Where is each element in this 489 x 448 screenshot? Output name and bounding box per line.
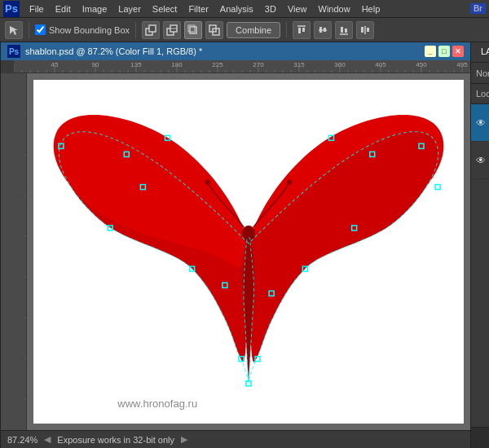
layers-footer: fx: [471, 427, 489, 448]
layers-opacity-row: Normal Normal Multiply Screen Overlay ▼ …: [471, 63, 489, 84]
layer-visibility-1[interactable]: 👁: [474, 116, 487, 130]
minimize-button[interactable]: _: [425, 46, 436, 57]
lock-fill-row: Lock: Fill: 100%: [471, 84, 489, 104]
layer-item-2[interactable]: 👁 Layer 18: [471, 142, 489, 179]
path-op-subtract[interactable]: [163, 21, 181, 39]
svg-point-43: [287, 180, 292, 185]
menu-window[interactable]: Window: [314, 2, 355, 15]
layer-item-1[interactable]: 👁 ⛓ Color Fi...: [471, 104, 489, 142]
svg-rect-12: [302, 28, 305, 32]
menubar: Ps File Edit Image Layer Select Filter A…: [0, 0, 489, 18]
status-text: Exposure works in 32-bit only: [57, 435, 174, 445]
svg-marker-0: [10, 26, 18, 35]
doc-title: shablon.psd @ 87.2% (Color Fill 1, RGB/8…: [25, 46, 202, 56]
status-arrow-right[interactable]: ▶: [181, 434, 187, 445]
svg-rect-21: [367, 28, 369, 32]
vertical-ruler: [14, 73, 27, 430]
layer-visibility-2[interactable]: 👁: [474, 154, 487, 167]
svg-rect-11: [298, 28, 301, 33]
canvas-white-bg: www.hronofag.ru: [33, 80, 464, 424]
layers-list: 👁 ⛓ Color Fi...: [471, 104, 489, 427]
svg-rect-15: [324, 28, 326, 32]
canvas-area: Ps shablon.psd @ 87.2% (Color Fill 1, RG…: [1, 42, 470, 448]
dist-horiz[interactable]: [356, 21, 374, 39]
window-controls: _ □ ✕: [425, 46, 464, 57]
menu-items: File Edit Image Layer Select Filter Anal…: [24, 2, 385, 15]
doc-ps-icon: Ps: [7, 45, 20, 58]
svg-rect-17: [341, 27, 343, 33]
svg-point-42: [205, 180, 210, 185]
menu-layer[interactable]: Layer: [113, 2, 146, 15]
tool-options-arrow[interactable]: [5, 21, 23, 39]
align-bottom[interactable]: [335, 21, 353, 39]
horizontal-ruler: [14, 60, 470, 73]
bridge-badge[interactable]: Br: [470, 3, 486, 14]
close-button[interactable]: ✕: [452, 46, 464, 57]
sep-2: [135, 22, 136, 38]
layers-panel: LAYERS PATHS Normal Normal Multiply Scre…: [470, 42, 489, 448]
statusbar: 87.24% ◀ Exposure works in 32-bit only ▶: [1, 430, 470, 448]
menu-help[interactable]: Help: [357, 2, 385, 15]
tab-layers[interactable]: LAYERS: [471, 42, 489, 62]
svg-text:www.hronofag.ru: www.hronofag.ru: [117, 397, 197, 410]
ps-logo: Ps: [3, 1, 20, 17]
doc-titlebar: Ps shablon.psd @ 87.2% (Color Fill 1, RG…: [1, 42, 470, 60]
menu-analysis[interactable]: Analysis: [215, 2, 258, 15]
canvas-viewport[interactable]: www.hronofag.ru: [27, 73, 470, 430]
svg-rect-20: [361, 27, 363, 33]
svg-rect-18: [345, 29, 347, 33]
combine-button[interactable]: Combine: [227, 22, 280, 38]
options-bar: Show Bounding Box Combine: [0, 18, 489, 42]
menu-file[interactable]: File: [24, 2, 49, 15]
butterfly-svg: www.hronofag.ru: [33, 80, 464, 424]
maximize-button[interactable]: □: [438, 46, 450, 57]
path-op-intersect[interactable]: [184, 21, 202, 39]
lock-label: Lock:: [476, 89, 489, 99]
menu-3d[interactable]: 3D: [260, 2, 281, 15]
menu-image[interactable]: Image: [77, 2, 112, 15]
svg-rect-14: [319, 27, 322, 33]
blend-mode-label: Normal: [476, 68, 489, 78]
status-arrow-left[interactable]: ◀: [44, 434, 51, 445]
path-op-exclude[interactable]: [205, 21, 223, 39]
svg-rect-7: [188, 25, 195, 32]
sep-3: [286, 22, 287, 38]
svg-rect-6: [190, 27, 196, 33]
menu-filter[interactable]: Filter: [183, 2, 213, 15]
path-op-union[interactable]: [142, 21, 160, 39]
svg-rect-2: [149, 25, 156, 32]
layers-tabs: LAYERS PATHS: [471, 42, 489, 63]
align-vcenter[interactable]: [314, 21, 332, 39]
menu-edit[interactable]: Edit: [51, 2, 76, 15]
align-top[interactable]: [293, 21, 311, 39]
ruler-corner: [1, 60, 14, 73]
show-bounding-box-label[interactable]: Show Bounding Box: [35, 24, 130, 35]
sep-1: [29, 22, 29, 38]
main-layout: ↖ ↗ ✦: [0, 42, 489, 448]
menu-view[interactable]: View: [283, 2, 312, 15]
zoom-level: 87.24%: [7, 435, 37, 445]
bounding-box-text: Show Bounding Box: [49, 25, 130, 35]
svg-rect-60: [435, 185, 440, 190]
menu-select[interactable]: Select: [148, 2, 183, 15]
bounding-box-checkbox[interactable]: [35, 24, 46, 35]
